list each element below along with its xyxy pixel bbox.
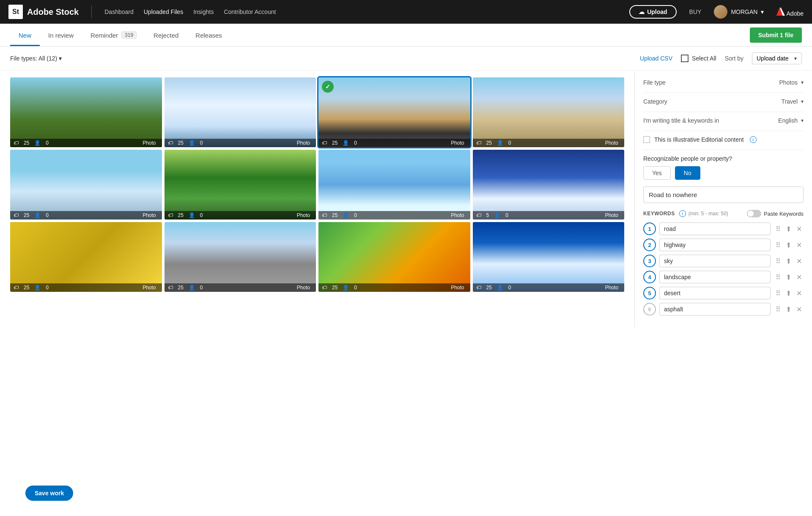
select-all-label: Select All xyxy=(692,55,716,62)
photo-card-12[interactable]: 🏷 25 👤 0 Photo xyxy=(473,222,625,292)
file-type-value: Photos xyxy=(779,79,798,86)
no-button[interactable]: No xyxy=(675,166,700,180)
keyword-remove-icon-3[interactable]: ✕ xyxy=(795,256,804,266)
divider-1 xyxy=(643,93,804,93)
keyword-input-1[interactable] xyxy=(659,222,771,235)
tabs-bar: New In review Reminder 319 Rejected Rele… xyxy=(0,24,812,47)
header-divider xyxy=(91,5,92,18)
keyword-up-icon-4[interactable]: ⬆ xyxy=(784,272,793,282)
photo-image-8 xyxy=(473,150,625,220)
tab-releases[interactable]: Releases xyxy=(187,24,230,46)
keyword-num-5: 5 xyxy=(643,287,656,299)
category-select[interactable]: Travel ▾ xyxy=(782,98,804,105)
photo-card-6[interactable]: 🏷 25 👤 0 Photo xyxy=(165,150,316,220)
people-count-11: 0 xyxy=(354,285,357,291)
photo-card-7[interactable]: 🏷 25 👤 0 Photo xyxy=(318,150,470,220)
upload-button[interactable]: ☁ Upload xyxy=(629,5,676,19)
yes-button[interactable]: Yes xyxy=(643,166,671,180)
category-value: Travel xyxy=(782,98,798,105)
photo-card-5[interactable]: 🏷 25 👤 0 Photo xyxy=(10,150,162,220)
people-count-9: 0 xyxy=(46,285,49,291)
people-icon-11: 👤 xyxy=(343,285,349,291)
photo-image-5 xyxy=(10,150,162,220)
nav-contributor-account[interactable]: Contributor Account xyxy=(224,8,276,15)
select-all-checkbox[interactable] xyxy=(681,55,689,62)
upload-cloud-icon: ☁ xyxy=(639,8,645,15)
photo-card-1[interactable]: 🏷 25 👤 0 Photo xyxy=(10,77,162,147)
people-icon-12: 👤 xyxy=(497,285,503,291)
keyword-drag-icon-5[interactable]: ⠿ xyxy=(774,288,782,298)
photo-card-9[interactable]: 🏷 25 👤 0 Photo xyxy=(10,222,162,292)
nav-dashboard[interactable]: Dashboard xyxy=(104,8,134,15)
keyword-drag-icon-3[interactable]: ⠿ xyxy=(774,256,782,266)
keyword-input-2[interactable] xyxy=(659,239,771,251)
people-count-6: 0 xyxy=(200,212,203,218)
keyword-remove-icon-4[interactable]: ✕ xyxy=(795,272,804,282)
keyword-drag-icon-4[interactable]: ⠿ xyxy=(774,272,782,282)
keyword-actions-6: ⠿ ⬆ ✕ xyxy=(774,305,804,314)
keyword-up-icon-6[interactable]: ⬆ xyxy=(784,305,793,314)
nav-uploaded-files[interactable]: Uploaded Files xyxy=(144,8,183,15)
sort-select-wrap[interactable]: Upload date xyxy=(752,52,802,64)
tag-icon-9: 🏷 xyxy=(14,285,19,291)
language-select[interactable]: English ▾ xyxy=(778,117,804,124)
photo-type-3: Photo xyxy=(451,140,464,146)
keyword-up-icon-3[interactable]: ⬆ xyxy=(784,256,793,266)
keywords-label: KEYWORDS xyxy=(643,211,675,217)
submit-button[interactable]: Submit 1 file xyxy=(750,27,802,43)
keyword-drag-icon-1[interactable]: ⠿ xyxy=(774,224,782,234)
keyword-input-4[interactable] xyxy=(659,271,771,283)
select-all-area[interactable]: Select All xyxy=(681,55,716,62)
photo-type-10: Photo xyxy=(297,285,310,291)
nav-insights[interactable]: Insights xyxy=(193,8,214,15)
photo-card-3[interactable]: ✓ 🏷 25 👤 0 Photo xyxy=(318,77,470,147)
photo-footer-7: 🏷 25 👤 0 Photo xyxy=(318,211,470,220)
upload-csv-button[interactable]: Upload CSV xyxy=(640,55,672,62)
photo-type-11: Photo xyxy=(451,285,464,291)
user-menu[interactable]: MORGAN ▾ xyxy=(714,5,764,19)
tag-count-6: 25 xyxy=(178,212,184,218)
tag-count-9: 25 xyxy=(24,285,29,291)
photo-card-11[interactable]: 🏷 25 👤 0 Photo xyxy=(318,222,470,292)
keyword-input-5[interactable] xyxy=(659,287,771,299)
paste-keywords-toggle[interactable] xyxy=(747,210,761,217)
keyword-remove-icon-2[interactable]: ✕ xyxy=(795,240,804,250)
photo-footer-8: 🏷 5 👤 0 Photo xyxy=(473,211,625,220)
photo-card-4[interactable]: 🏷 25 👤 0 Photo xyxy=(473,77,625,147)
photo-image-3 xyxy=(318,77,470,147)
photo-card-8[interactable]: 🏷 5 👤 0 Photo xyxy=(473,150,625,220)
sort-select[interactable]: Upload date xyxy=(752,52,802,64)
file-types-dropdown[interactable]: File types: All (12) ▾ xyxy=(10,55,62,62)
tab-in-review[interactable]: In review xyxy=(40,24,82,46)
keyword-remove-icon-1[interactable]: ✕ xyxy=(795,224,804,234)
keyword-up-icon-5[interactable]: ⬆ xyxy=(784,288,793,298)
file-type-select[interactable]: Photos ▾ xyxy=(779,79,804,86)
keywords-info-icon[interactable]: i xyxy=(679,210,686,217)
photo-card-10[interactable]: 🏷 25 👤 0 Photo xyxy=(165,222,316,292)
keyword-remove-icon-6[interactable]: ✕ xyxy=(795,305,804,314)
keyword-up-icon-2[interactable]: ⬆ xyxy=(784,240,793,250)
tab-rejected[interactable]: Rejected xyxy=(145,24,187,46)
buy-link[interactable]: BUY xyxy=(689,8,702,15)
keyword-up-icon-1[interactable]: ⬆ xyxy=(784,224,793,234)
photo-image-2 xyxy=(165,77,316,147)
editorial-checkbox[interactable] xyxy=(643,136,650,143)
people-count-10: 0 xyxy=(200,285,203,291)
keyword-drag-icon-2[interactable]: ⠿ xyxy=(774,240,782,250)
people-count-1: 0 xyxy=(46,140,49,146)
keyword-drag-icon-6[interactable]: ⠿ xyxy=(774,305,782,314)
tag-count-1: 25 xyxy=(24,140,29,146)
photo-card-2[interactable]: 🏷 25 👤 0 Photo xyxy=(165,77,316,147)
tab-new[interactable]: New xyxy=(10,24,40,46)
tab-reminder[interactable]: Reminder 319 xyxy=(82,24,145,46)
keyword-input-3[interactable] xyxy=(659,255,771,267)
photo-image-12 xyxy=(473,222,625,292)
editorial-info-icon[interactable]: i xyxy=(750,136,757,143)
title-input[interactable] xyxy=(643,187,804,203)
keyword-remove-icon-5[interactable]: ✕ xyxy=(795,288,804,298)
photo-footer-12: 🏷 25 👤 0 Photo xyxy=(473,283,625,292)
photo-footer-6: 🏷 25 👤 0 Photo xyxy=(165,211,316,220)
keyword-input-6[interactable] xyxy=(659,303,771,316)
language-label: I'm writing title & keywords in xyxy=(643,117,778,124)
header: St Adobe Stock Dashboard Uploaded Files … xyxy=(0,0,812,24)
